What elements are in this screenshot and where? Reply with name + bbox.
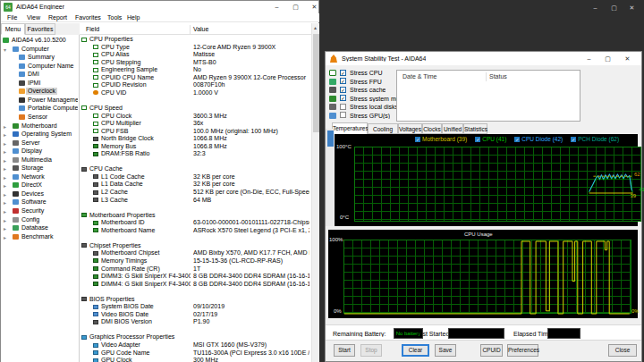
field-row[interactable]: CPU VID1.0000 V (80, 89, 312, 97)
tree-item-overclock[interactable]: Overclock (1, 88, 80, 96)
menu-item-tools[interactable]: Tools (106, 13, 123, 22)
main-close-button[interactable]: ✕ (305, 1, 324, 13)
tab-unified[interactable]: Unified (442, 123, 463, 134)
field-row[interactable]: CPUID Revision00870F10h (80, 81, 312, 89)
menu-item-help[interactable]: Help (125, 13, 141, 22)
menu-item-report[interactable]: Report (47, 13, 69, 22)
menu-item-file[interactable]: File (5, 13, 19, 22)
field-row[interactable]: DMI BIOS VersionP1.90 (80, 318, 312, 326)
stress-checkbox[interactable] (340, 112, 346, 118)
field-row[interactable]: DRAM:FSB Ratio32:3 (80, 150, 312, 158)
log-col-datetime[interactable]: Date & Time (402, 73, 437, 80)
field-row[interactable]: CPU Properties (80, 36, 312, 44)
field-row[interactable]: L1 Code Cache32 KB per core (80, 173, 312, 181)
tree-item-directx[interactable]: ▸DirectX (1, 181, 80, 189)
tree-item-network[interactable]: ▸Network (1, 173, 80, 181)
close-button[interactable]: Close (608, 344, 637, 357)
tree-item-computer[interactable]: ▾Computer (1, 46, 80, 54)
tree-item-display[interactable]: ▸Display (1, 147, 80, 156)
tree-item-database[interactable]: ▸Database (1, 224, 80, 232)
tree-expander-open-icon[interactable]: ▾ (4, 46, 6, 53)
tree-item-motherboard[interactable]: ▸Motherboard (1, 122, 80, 130)
field-row[interactable]: Motherboard Properties (80, 212, 312, 220)
preferences-button[interactable]: Preferences (507, 344, 538, 357)
tree-item-benchmark[interactable]: ▸Benchmark (1, 233, 80, 241)
field-row[interactable]: Engineering SampleNo (80, 66, 312, 74)
main-titlebar[interactable]: 64 AIDA64 Engineer – ▢ ✕ (1, 1, 318, 13)
field-row[interactable]: CPU Clock3600.3 MHz (80, 113, 312, 121)
field-row[interactable]: Motherboard ChipsetAMD Bixby X570, AMD K… (80, 249, 312, 257)
field-row[interactable]: Command Rate (CR)1T (80, 265, 312, 274)
value-column-header[interactable]: Value (193, 26, 208, 32)
tab-clocks[interactable]: Clocks (422, 123, 442, 134)
field-row[interactable]: BIOS Properties (80, 296, 312, 304)
sst-minimize-button[interactable]: – (580, 53, 598, 64)
column-divider[interactable] (190, 25, 191, 34)
tree-item-aida64-v6-10-5200[interactable]: AIDA64 v6.10.5200 (1, 37, 80, 45)
tree-expander-closed-icon[interactable]: ▸ (4, 123, 6, 130)
menu-item-favorites[interactable]: Favorites (73, 13, 103, 22)
field-row[interactable]: CPU AliasMatisse (80, 51, 312, 59)
field-row[interactable]: CPU FSB100.0 MHz (original: 100 MHz) (80, 128, 312, 136)
field-row[interactable]: CPU Type12-Core AMD Ryzen 9 3900X (80, 44, 312, 52)
tree-expander-closed-icon[interactable]: ▸ (4, 182, 6, 189)
field-row[interactable]: Motherboard ID63-0100-000001-00101111-02… (80, 219, 312, 227)
sst-maximize-button[interactable]: ▢ (598, 53, 617, 64)
field-row[interactable]: L3 Cache64 MB (80, 197, 312, 205)
clear-button[interactable]: Clear (402, 344, 429, 357)
field-scrollbar-thumb[interactable] (313, 34, 319, 132)
legend-checkbox[interactable]: ✓ (475, 137, 480, 142)
tree-item-storage[interactable]: ▸Storage (1, 164, 80, 173)
legend-checkbox[interactable]: ✓ (514, 137, 520, 142)
field-row[interactable]: L1 Data Cache32 KB per core (80, 181, 312, 189)
bg-close-button[interactable]: ✕ (623, 2, 641, 13)
field-row[interactable]: Chipset Properties (80, 242, 312, 250)
field-row[interactable]: CPU SteppingMTS-B0 (80, 59, 312, 67)
tree-expander-closed-icon[interactable]: ▸ (4, 157, 6, 164)
tree-item-operating-system[interactable]: ▸Operating System (1, 130, 80, 139)
field-row[interactable]: Motherboard NameASRock X570 Steel Legend… (80, 227, 312, 235)
field-row[interactable]: Memory Timings15-15-15-36 (CL-RCD-RP-RAS… (80, 257, 312, 265)
stress-checkbox[interactable]: ✓ (340, 95, 346, 101)
menu-item-view[interactable]: View (25, 13, 42, 22)
bg-maximize-button[interactable]: ▢ (605, 2, 623, 13)
tab-voltages[interactable]: Voltages (398, 123, 422, 134)
tree-expander-closed-icon[interactable]: ▸ (4, 174, 6, 181)
sst-titlebar[interactable]: System Stability Test - AIDA64 – ▢ ✕ (326, 52, 641, 65)
save-button[interactable]: Save (435, 344, 456, 357)
main-maximize-button[interactable]: ▢ (286, 1, 305, 13)
tree-item-config[interactable]: ▸Config (1, 216, 80, 224)
tree-item-ipmi[interactable]: IPMI (1, 80, 80, 88)
tree-expander-closed-icon[interactable]: ▸ (4, 165, 6, 172)
field-row[interactable]: DIMM3: G Skill SniperX F4-3400C16-8GSXW8… (80, 273, 312, 281)
tree-item-summary[interactable]: Summary (1, 54, 80, 62)
log-listbox[interactable]: Date & Time Status (396, 70, 580, 122)
field-column-header[interactable]: Field (86, 26, 99, 32)
field-row[interactable]: CPU Speed (80, 105, 312, 113)
main-minimize-button[interactable]: – (267, 1, 286, 13)
tree-item-sensor[interactable]: Sensor (1, 114, 80, 122)
tree-item-computer-name[interactable]: Computer Name (1, 63, 80, 71)
field-row[interactable]: GPU Clock300 MHz (80, 357, 312, 362)
pane-tab-menu[interactable]: Menu (1, 23, 25, 35)
field-row[interactable]: DIMM4: G Skill SniperX F4-3400C16-8GSXW8… (80, 281, 312, 289)
tree-item-security[interactable]: ▸Security (1, 207, 80, 215)
tree-expander-closed-icon[interactable]: ▸ (4, 234, 6, 240)
log-col-divider[interactable] (486, 72, 487, 81)
tree-expander-closed-icon[interactable]: ▸ (4, 140, 6, 147)
tab-cooling-fans[interactable]: Cooling Fans (368, 123, 398, 134)
field-row[interactable]: Graphics Processor Properties (80, 333, 312, 341)
field-row[interactable]: Video AdapterMSI GTX 1660 (MS-V379) (80, 341, 312, 349)
stress-checkbox[interactable]: ✓ (340, 87, 346, 93)
stress-checkbox[interactable]: ✓ (340, 70, 346, 76)
field-row[interactable]: North Bridge Clock1066.8 MHz (80, 135, 312, 143)
field-row[interactable]: GPU Code NameTU116-300A (PCI Express 3.0… (80, 349, 312, 358)
stress-checkbox[interactable]: ✓ (340, 78, 346, 84)
tree-expander-closed-icon[interactable]: ▸ (4, 217, 6, 223)
tree-item-power-management[interactable]: Power Management (1, 97, 80, 105)
graph-scrollbar-thumb[interactable] (327, 130, 334, 147)
bg-minimize-button[interactable]: – (586, 2, 605, 13)
tree-expander-closed-icon[interactable]: ▸ (4, 131, 6, 138)
tree-expander-closed-icon[interactable]: ▸ (4, 199, 6, 206)
tree-expander-closed-icon[interactable]: ▸ (4, 225, 6, 232)
